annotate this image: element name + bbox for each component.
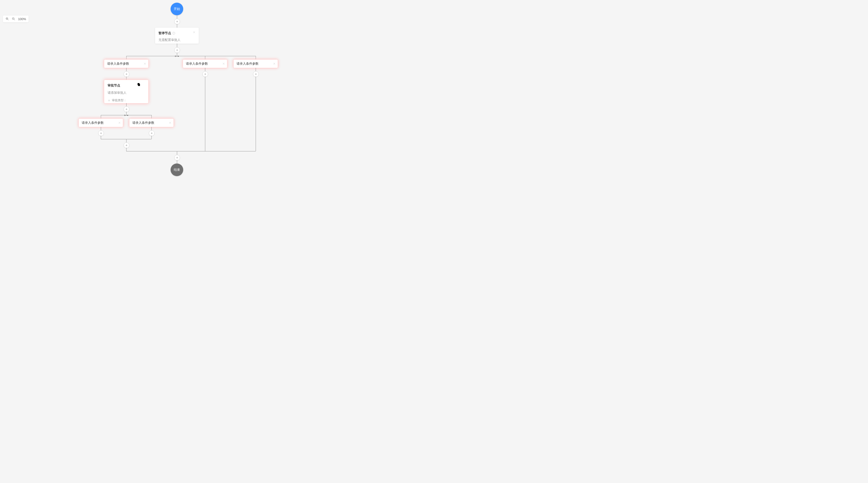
add-node-button[interactable] (149, 130, 155, 136)
svg-line-5 (14, 20, 15, 20)
add-node-button[interactable] (98, 130, 104, 136)
condition-card[interactable]: 请录入条件参数 (79, 119, 123, 127)
add-node-button[interactable] (253, 71, 259, 77)
add-node-button[interactable] (174, 47, 180, 53)
condition-label: 请录入条件参数 (82, 121, 104, 125)
end-node-label: 结束 (174, 168, 180, 172)
connector-line (101, 115, 101, 119)
help-icon[interactable] (172, 31, 176, 35)
close-icon[interactable] (273, 60, 276, 68)
pause-node-subtitle: 无需配置审批人 (158, 38, 195, 42)
add-node-button[interactable] (124, 106, 129, 112)
connector-line (177, 15, 177, 19)
condition-card[interactable]: 请录入条件参数 (183, 60, 227, 68)
svg-rect-31 (137, 83, 140, 85)
add-node-button[interactable] (124, 71, 129, 77)
close-icon[interactable] (142, 83, 146, 87)
condition-card[interactable]: 请录入条件参数 (234, 60, 278, 68)
svg-line-1 (8, 20, 8, 20)
zoom-toolbar: 100% (3, 15, 29, 22)
close-icon[interactable] (118, 119, 121, 127)
connector-line (205, 76, 205, 151)
close-icon[interactable] (169, 119, 172, 127)
connector-line (101, 127, 101, 130)
connector-line (101, 136, 101, 139)
pause-node-card[interactable]: 暂停节点 无需配置审批人 (155, 28, 199, 43)
condition-label: 请录入条件参数 (186, 62, 208, 66)
zoom-level-label: 100% (18, 17, 26, 21)
connector-line (151, 136, 152, 139)
connector-line (205, 56, 205, 60)
connector-line (151, 115, 152, 119)
close-icon[interactable] (144, 60, 146, 68)
close-icon[interactable] (192, 30, 196, 34)
condition-card[interactable]: 请录入条件参数 (129, 119, 174, 127)
start-node[interactable]: 开始 (170, 3, 183, 15)
add-node-button[interactable] (124, 142, 129, 148)
copy-icon[interactable] (137, 83, 141, 87)
connector-line (205, 68, 205, 71)
start-node-label: 开始 (174, 7, 180, 11)
approval-node-subtitle: 请添加审批人 (107, 91, 145, 95)
add-node-button[interactable] (202, 71, 208, 77)
zoom-in-icon[interactable] (5, 17, 9, 21)
connector-line (177, 151, 177, 155)
connector-line (177, 43, 177, 47)
stamp-icon (107, 99, 111, 102)
condition-label: 请录入条件参数 (237, 62, 258, 66)
approval-node-card[interactable]: 审批节点 请添加审批人 审批类型： (104, 80, 148, 103)
approval-type-label: 审批类型： (112, 98, 126, 102)
condition-label: 请录入条件参数 (132, 121, 154, 125)
svg-line-33 (143, 83, 145, 86)
condition-label: 请录入条件参数 (107, 62, 129, 66)
close-icon[interactable] (222, 60, 225, 68)
add-node-button[interactable] (174, 19, 180, 25)
end-node[interactable]: 结束 (170, 163, 183, 176)
pause-node-title: 暂停节点 (158, 31, 171, 35)
connector-line (151, 127, 152, 130)
connector-line (126, 56, 256, 56)
add-node-button[interactable] (174, 155, 180, 161)
condition-card[interactable]: 请录入条件参数 (104, 60, 148, 68)
connector-line (177, 24, 177, 28)
connector-line (177, 160, 177, 163)
zoom-out-icon[interactable] (12, 17, 16, 21)
flow-canvas[interactable]: 开始 暂停节点 无需配置审批人 请录入条件参数 请录入条件参数 请录入条件参数 (0, 0, 354, 197)
